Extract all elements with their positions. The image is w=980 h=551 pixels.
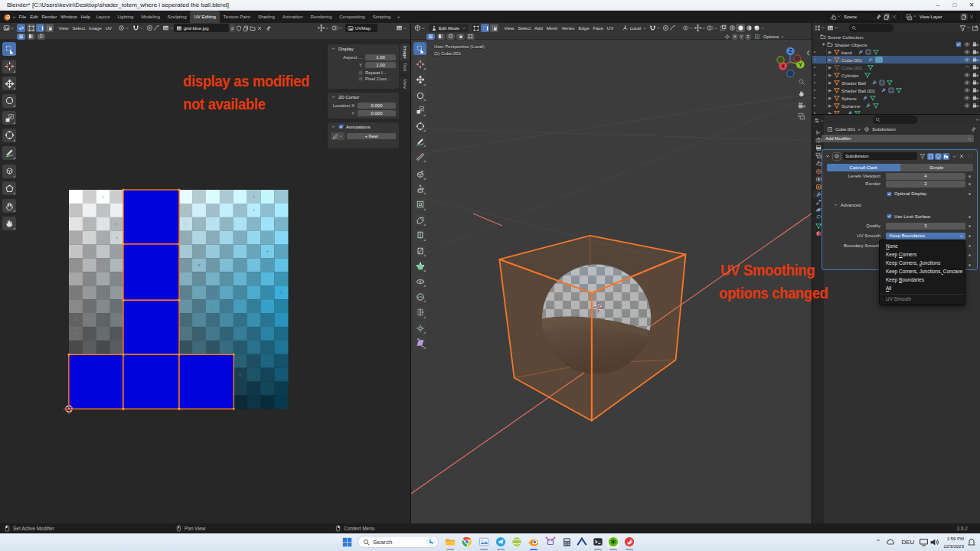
uv-tool-annotate[interactable]: [2, 146, 16, 160]
network-icon[interactable]: [919, 537, 929, 547]
zoom-icon[interactable]: [796, 77, 806, 87]
uv-tool-sculpt-grab[interactable]: [2, 217, 16, 230]
collapse-arrow[interactable]: ▶: [828, 50, 834, 54]
modifier-on-cage-toggle[interactable]: [927, 153, 934, 160]
vp-menu-edge[interactable]: Edge: [577, 26, 591, 31]
menu-file[interactable]: File: [17, 11, 28, 23]
render-levels-field[interactable]: 2: [886, 181, 965, 187]
modifier-drag-handle[interactable]: [967, 153, 973, 159]
navigation-gizmo[interactable]: X Y Z: [770, 41, 810, 81]
uv-gizmos-button[interactable]: [318, 24, 329, 32]
vp-proportional-button[interactable]: [662, 24, 676, 32]
eye-toggle-icon[interactable]: [964, 49, 970, 55]
vp-menu-view[interactable]: View: [502, 26, 516, 31]
taskbar-app-vpn[interactable]: [576, 536, 588, 548]
add-modifier-button[interactable]: Add Modifier: [822, 135, 974, 142]
eye-toggle-icon[interactable]: [964, 103, 970, 109]
uv-image-pin-button[interactable]: [266, 24, 272, 32]
vp-snap-target-button[interactable]: [754, 32, 760, 41]
eye-toggle-icon[interactable]: [964, 72, 970, 78]
modifier-panel-header[interactable]: Subdivision: [822, 151, 977, 161]
dropdown-item-keep-corners-junctions[interactable]: Keep Corners, Junctions: [880, 259, 965, 267]
simple-button[interactable]: Simple: [900, 164, 974, 171]
modifier-delete-button[interactable]: [959, 153, 965, 159]
uv-tool-rotate[interactable]: [2, 94, 16, 108]
catmull-clark-button[interactable]: Catmull-Clark: [827, 164, 900, 171]
uv-tool-relax[interactable]: [2, 181, 16, 195]
annotations-panel-header[interactable]: Annotations: [328, 122, 399, 131]
collapse-arrow[interactable]: ▶: [828, 80, 834, 85]
optimal-display-row[interactable]: Optimal Display: [887, 191, 926, 197]
outliner-display-mode-button[interactable]: [814, 24, 825, 32]
menu-help[interactable]: Help: [79, 11, 92, 23]
breadcrumb-object[interactable]: Cube.001: [835, 127, 855, 132]
collapse-arrow[interactable]: ▶: [828, 65, 834, 70]
vp-menu-vertex[interactable]: Vertex: [560, 26, 577, 31]
uv-image-new-button[interactable]: [243, 24, 249, 32]
modifier-realtime-toggle[interactable]: [935, 153, 942, 160]
cursor-y-field[interactable]: 0.000: [358, 110, 396, 116]
taskbar-app-photos[interactable]: [478, 536, 490, 548]
uv-tool-scale[interactable]: [2, 111, 16, 125]
onedrive-icon[interactable]: [886, 537, 896, 547]
add-workspace-button[interactable]: +: [394, 11, 403, 23]
vp-overlays-button[interactable]: [707, 24, 718, 32]
vp-tool-knife[interactable]: [413, 244, 426, 257]
vp-shading-extra-3[interactable]: [446, 34, 455, 40]
cursor-panel-header[interactable]: 2D Cursor: [328, 93, 399, 101]
taskbar-app-calculator[interactable]: [560, 536, 573, 548]
uv-menu-uv[interactable]: UV: [103, 26, 113, 31]
properties-editor-type-button[interactable]: [814, 117, 824, 124]
workspace-tab-modeling[interactable]: Modeling: [137, 11, 163, 23]
dropdown-item-keep-corners[interactable]: Keep Corners: [880, 250, 965, 259]
taskbar-search[interactable]: Search: [358, 536, 439, 548]
uv-menu-view[interactable]: View: [57, 26, 70, 31]
outliner-row-scene-collection[interactable]: Scene Collection: [812, 33, 980, 41]
vp-shading-extra-4[interactable]: [456, 34, 465, 40]
workspace-tab-sculpting[interactable]: Sculpting: [164, 11, 191, 23]
outliner-row-cube-002[interactable]: ▶Cube.002: [812, 64, 980, 71]
dropdown-item-all[interactable]: All: [880, 284, 965, 292]
advanced-section-header[interactable]: Advanced: [833, 202, 861, 207]
workspace-tab-rendering[interactable]: Rendering: [307, 11, 336, 23]
vp-shading-extra-2[interactable]: [436, 34, 445, 40]
uv-tool-select[interactable]: [2, 42, 16, 56]
shading-rendered[interactable]: [753, 24, 760, 32]
check-toggle-icon[interactable]: [956, 41, 962, 47]
outliner-filter-button[interactable]: [959, 24, 971, 32]
taskbar-app-green-app[interactable]: [607, 536, 619, 548]
pixel-coords-label[interactable]: Pixel Coor...: [365, 77, 390, 81]
repeat-image-label[interactable]: Repeat I...: [365, 70, 387, 75]
vp-menu-face[interactable]: Face: [591, 26, 605, 31]
workspace-tab-texture-paint[interactable]: Texture Paint: [220, 11, 254, 23]
new-collection-button[interactable]: [972, 24, 978, 32]
outliner-row-cylinder[interactable]: ▶Cylinder: [812, 71, 980, 79]
minimize-button[interactable]: –: [929, 0, 946, 11]
uv-image-open-button[interactable]: [250, 24, 256, 32]
start-button[interactable]: [341, 536, 353, 548]
view-layer-browse-icon[interactable]: [906, 14, 917, 21]
transform-orientation-button[interactable]: Local: [622, 24, 647, 32]
view-layer-unlink-icon[interactable]: [969, 14, 975, 20]
uv-image-fake-user-button[interactable]: [236, 24, 242, 32]
mirror-x-button[interactable]: X: [732, 34, 738, 40]
scene-copy-icon[interactable]: [883, 13, 890, 21]
viewport-editor-type-button[interactable]: [413, 24, 426, 32]
view-layer-selector[interactable]: View Layer: [903, 12, 976, 21]
eye-toggle-icon[interactable]: [964, 57, 970, 63]
dropdown-item-keep-boundaries[interactable]: Keep Boundaries: [880, 276, 965, 284]
eye-toggle-icon[interactable]: [964, 41, 970, 47]
vp-shading-extra-5[interactable]: [466, 34, 475, 40]
cam-toggle-icon[interactable]: [972, 41, 978, 47]
uv-smooth-field[interactable]: Keep Boundaries: [886, 233, 965, 240]
select-mode-edge[interactable]: [481, 24, 489, 32]
aspect-x-field[interactable]: 1.00: [365, 54, 396, 60]
uv-map-field[interactable]: UVMap: [345, 24, 377, 32]
blender-menu-logo[interactable]: [3, 13, 17, 21]
volume-icon[interactable]: [929, 537, 939, 547]
taskbar-app-red-app[interactable]: [623, 536, 635, 548]
workspace-tab-uv-editing[interactable]: UV Editing: [190, 11, 219, 23]
display-panel-header[interactable]: Display: [328, 44, 399, 53]
collapse-arrow[interactable]: ▶: [828, 103, 834, 108]
sidebar-tab-view[interactable]: View: [400, 77, 410, 91]
